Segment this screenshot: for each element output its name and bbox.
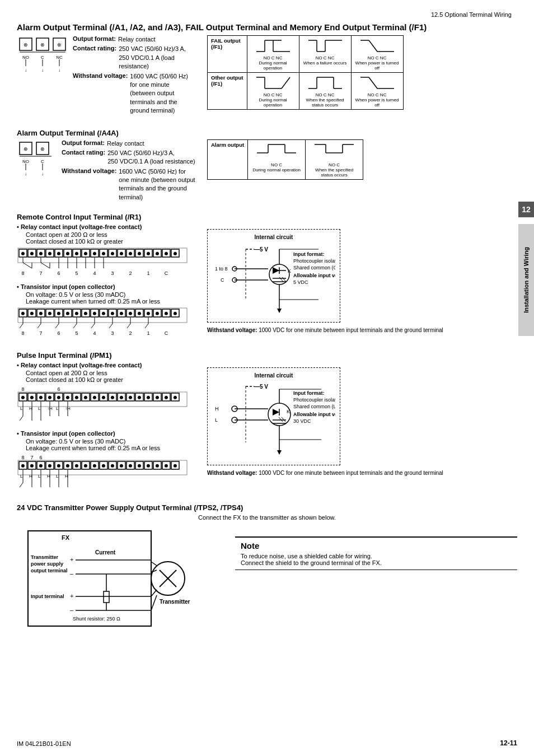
- svg-text:⊗: ⊗: [129, 251, 132, 255]
- svg-text:8: 8: [21, 386, 24, 392]
- section2-contact-rating-value: 250 VAC (50/60 Hz)/3 A, 250 VDC/0.1 A (l…: [107, 149, 195, 166]
- footer-left: IM 04L21B01-01EN: [17, 740, 71, 747]
- svg-text:⊗: ⊗: [21, 311, 25, 315]
- svg-text:8: 8: [21, 455, 24, 460]
- svg-text:⊗: ⊗: [57, 464, 60, 468]
- svg-text:⊗: ⊗: [138, 311, 141, 315]
- svg-text:⊗: ⊗: [156, 395, 159, 399]
- svg-text:+: +: [70, 592, 73, 599]
- svg-text:L: L: [38, 474, 41, 479]
- svg-line-167: [91, 324, 95, 328]
- svg-rect-352: [28, 531, 151, 626]
- other-normal-svg: [251, 74, 296, 91]
- svg-text:Transmitter: Transmitter: [160, 599, 190, 605]
- section4-detail1a: Contact open at 200 Ω or less: [26, 370, 196, 376]
- svg-text:⊗: ⊗: [75, 251, 78, 255]
- svg-text:⊗: ⊗: [174, 464, 177, 468]
- section3-bullet2: • Transistor input (open collector): [17, 283, 115, 290]
- svg-text:⊗: ⊗: [66, 311, 69, 315]
- section-alarm-output: Alarm Output Terminal (/A1, /A2, and /A3…: [17, 22, 517, 119]
- svg-text:⊗: ⊗: [165, 251, 168, 255]
- svg-text:1: 1: [147, 330, 149, 336]
- svg-text:L: L: [56, 474, 59, 479]
- svg-text:H: H: [215, 406, 219, 412]
- svg-text:⊗: ⊗: [156, 311, 159, 315]
- svg-text:Photocoupler isolation: Photocoupler isolation: [293, 258, 335, 264]
- section3-withstand: Withstand voltage: 1000 VDC for one minu…: [207, 327, 517, 333]
- svg-text:C: C: [41, 55, 44, 60]
- svg-text:—5 V: —5 V: [254, 246, 268, 253]
- svg-text:⊗: ⊗: [30, 395, 34, 399]
- svg-text:⊗: ⊗: [174, 251, 177, 255]
- svg-text:⊗: ⊗: [30, 464, 34, 468]
- svg-text:↓: ↓: [41, 171, 44, 176]
- svg-text:6: 6: [57, 270, 60, 276]
- svg-text:Input format:: Input format:: [293, 251, 325, 257]
- svg-text:K: K: [288, 268, 291, 274]
- svg-text:⊗: ⊗: [147, 251, 150, 255]
- svg-line-258: [20, 416, 23, 421]
- section3-detail2a: On voltage: 0.5 V or less (30 mADC): [26, 291, 196, 298]
- section-title: 12.5 Optional Terminal Wiring: [431, 11, 512, 18]
- svg-text:⊗: ⊗: [40, 146, 45, 152]
- svg-line-101: [23, 263, 32, 268]
- svg-text:NO: NO: [22, 55, 29, 60]
- svg-text:⊗: ⊗: [165, 464, 168, 468]
- svg-text:⊗: ⊗: [39, 311, 43, 315]
- svg-line-171: [127, 324, 130, 328]
- svg-text:L: L: [20, 474, 23, 479]
- svg-text:⊗: ⊗: [156, 251, 159, 255]
- svg-text:C: C: [41, 159, 44, 164]
- svg-line-380: [151, 562, 157, 566]
- svg-text:7: 7: [39, 330, 42, 336]
- internal-circuit-pm1-title: Internal circuit: [212, 372, 335, 379]
- svg-line-169: [109, 324, 113, 328]
- output-format-value: Relay contact: [118, 35, 156, 44]
- svg-text:power supply: power supply: [31, 561, 63, 567]
- svg-text:3: 3: [111, 270, 114, 276]
- svg-text:⊗: ⊗: [174, 311, 177, 315]
- svg-text:1 to 8: 1 to 8: [215, 266, 228, 272]
- svg-line-40: [369, 77, 377, 88]
- svg-text:NO: NO: [22, 159, 29, 164]
- svg-line-104: [41, 263, 50, 268]
- svg-text:⊗: ⊗: [93, 251, 96, 255]
- svg-text:⊗: ⊗: [75, 395, 78, 399]
- svg-line-382: [151, 570, 157, 572]
- section4-withstand: Withstand voltage: 1000 VDC for one minu…: [207, 470, 517, 476]
- svg-text:30 VDC: 30 VDC: [293, 418, 311, 424]
- svg-text:⊗: ⊗: [93, 395, 96, 399]
- section3-detail2b: Leakage current when turned off: 0.25 mA…: [26, 298, 196, 305]
- svg-text:—5 V: —5 V: [254, 384, 268, 390]
- svg-text:K: K: [287, 409, 290, 414]
- svg-text:6: 6: [57, 330, 60, 336]
- terminal-diagram-a4a: ⊗ ⊗ NO C ↓ ↓: [17, 139, 56, 177]
- fail-normal-svg: [251, 38, 296, 54]
- svg-text:FX: FX: [62, 534, 70, 541]
- section4-title: Pulse Input Terminal (/PM1): [17, 351, 517, 360]
- withstand-voltage-value: 1600 VAC (50/60 Hz) for one minute (betw…: [130, 72, 196, 115]
- section2-title: Alarm Output Terminal (/A4A): [17, 129, 517, 137]
- footer-right: 12-11: [500, 739, 517, 747]
- svg-text:⊗: ⊗: [156, 464, 159, 468]
- svg-text:⊗: ⊗: [138, 464, 141, 468]
- svg-line-384: [151, 590, 157, 596]
- svg-text:C: C: [165, 270, 168, 276]
- contact-rating-value: 250 VAC (50/60 Hz)/3 A, 250 VDC/0.1 A (l…: [119, 45, 196, 71]
- svg-text:⊗: ⊗: [21, 395, 25, 399]
- note-box: Note To reduce noise, use a shielded cab…: [235, 536, 517, 570]
- svg-text:⊗: ⊗: [138, 251, 141, 255]
- svg-text:8: 8: [21, 270, 24, 276]
- output-format-label: Output format:: [73, 35, 116, 44]
- section3-title: Remote Control Input Terminal (/R1): [17, 213, 517, 221]
- svg-text:⊗: ⊗: [84, 464, 87, 468]
- svg-text:⊗: ⊗: [66, 395, 69, 399]
- svg-text:⊗: ⊗: [48, 311, 51, 315]
- svg-text:⊗: ⊗: [147, 395, 150, 399]
- svg-text:⊗: ⊗: [66, 251, 69, 255]
- svg-text:⊗: ⊗: [174, 395, 177, 399]
- note-text1: To reduce noise, use a shielded cable fo…: [241, 553, 512, 559]
- svg-text:NC: NC: [56, 55, 63, 60]
- svg-text:+: +: [70, 556, 73, 563]
- svg-text:⊗: ⊗: [75, 311, 78, 315]
